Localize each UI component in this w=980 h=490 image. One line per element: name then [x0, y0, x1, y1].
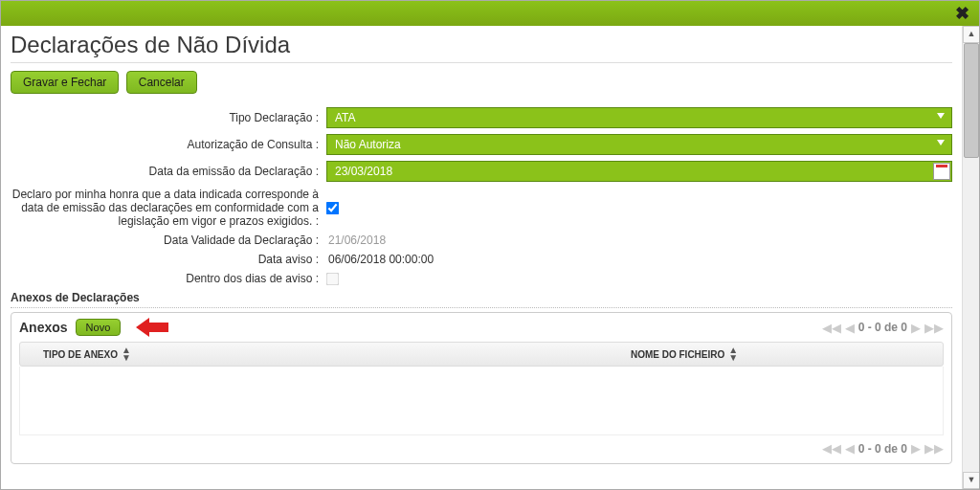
label-tipo-declaracao: Tipo Declaração :: [11, 111, 326, 124]
new-anexo-button[interactable]: Novo: [76, 319, 122, 336]
pager-bottom: ◀◀ ◀ 0 - 0 de 0 ▶ ▶▶: [822, 441, 944, 456]
page-title: Declarações de Não Dívida: [11, 32, 952, 58]
label-data-emissao: Data da emissão da Declaração :: [11, 165, 326, 178]
value-validade: 21/06/2018: [326, 234, 386, 247]
col-nome-ficheiro[interactable]: NOME DO FICHEIRO ▲▼: [426, 343, 943, 366]
pager-top: ◀◀ ◀ 0 - 0 de 0 ▶ ▶▶: [822, 321, 944, 335]
label-autorizacao: Autorização de Consulta :: [11, 138, 326, 151]
col-tipo-anexo[interactable]: TIPO DE ANEXO ▲▼: [20, 343, 426, 366]
col-nome-ficheiro-label: NOME DO FICHEIRO: [631, 349, 724, 360]
section-anexos-declaracoes: Anexos de Declarações: [11, 291, 952, 308]
col-tipo-anexo-label: TIPO DE ANEXO: [43, 349, 118, 360]
modal-header-bar: ✖: [1, 1, 979, 26]
vertical-scrollbar[interactable]: ▲ ▼: [962, 26, 979, 489]
label-validade: Data Validade da Declaração :: [11, 234, 326, 247]
save-close-button[interactable]: Gravar e Fechar: [11, 71, 119, 94]
pager-prev-icon[interactable]: ◀: [845, 321, 855, 335]
grid-header: TIPO DE ANEXO ▲▼ NOME DO FICHEIRO ▲▼: [19, 342, 944, 367]
input-data-emissao[interactable]: 23/03/2018: [326, 161, 952, 182]
modal-window: ✖ Declarações de Não Dívida Gravar e Fec…: [0, 0, 980, 490]
arrow-left-icon: [136, 319, 168, 336]
toolbar: Gravar e Fechar Cancelar: [11, 71, 952, 94]
checkbox-declaro[interactable]: [326, 201, 340, 214]
select-tipo-declaracao-value: ATA: [326, 107, 952, 128]
chevron-down-icon: [937, 113, 945, 119]
pager-text-bottom: 0 - 0 de 0: [858, 442, 907, 456]
select-tipo-declaracao[interactable]: ATA: [326, 107, 952, 128]
label-dentro-dias: Dentro dos dias de aviso :: [11, 272, 326, 285]
sort-icon: ▲▼: [728, 346, 738, 362]
pager-first-icon[interactable]: ◀◀: [822, 321, 841, 335]
pager-next-icon[interactable]: ▶: [911, 441, 921, 456]
calendar-icon[interactable]: [933, 163, 950, 180]
cancel-button[interactable]: Cancelar: [126, 71, 197, 94]
scroll-down-icon[interactable]: ▼: [963, 472, 980, 489]
checkbox-dentro-dias: [326, 272, 340, 285]
value-aviso: 06/06/2018 00:00:00: [326, 253, 434, 266]
modal-body: Declarações de Não Dívida Gravar e Fecha…: [1, 26, 962, 489]
anexos-panel: Anexos Novo ◀◀ ◀ 0 - 0 de 0 ▶ ▶▶ TIPO DE…: [11, 312, 952, 464]
divider: [11, 62, 952, 63]
pager-next-icon[interactable]: ▶: [911, 321, 921, 335]
select-autorizacao-value: Não Autoriza: [326, 134, 952, 155]
form-area: Tipo Declaração : ATA Autorização de Con…: [11, 107, 952, 285]
scroll-up-icon[interactable]: ▲: [963, 26, 980, 43]
anexos-title: Anexos: [19, 320, 68, 335]
close-icon[interactable]: ✖: [955, 3, 969, 24]
select-autorizacao[interactable]: Não Autoriza: [326, 134, 952, 155]
pager-first-icon[interactable]: ◀◀: [822, 441, 841, 456]
sort-icon: ▲▼: [122, 346, 131, 362]
scroll-thumb[interactable]: [964, 43, 979, 158]
pager-last-icon[interactable]: ▶▶: [924, 441, 944, 456]
chevron-down-icon: [937, 140, 945, 145]
input-data-emissao-value: 23/03/2018: [326, 161, 952, 182]
pager-text-top: 0 - 0 de 0: [858, 321, 907, 334]
pager-last-icon[interactable]: ▶▶: [924, 321, 944, 335]
grid-body-empty: [19, 367, 944, 435]
label-aviso: Data aviso :: [11, 253, 326, 266]
pager-prev-icon[interactable]: ◀: [845, 441, 855, 456]
label-declaro: Declaro por minha honra que a data indic…: [11, 188, 326, 228]
